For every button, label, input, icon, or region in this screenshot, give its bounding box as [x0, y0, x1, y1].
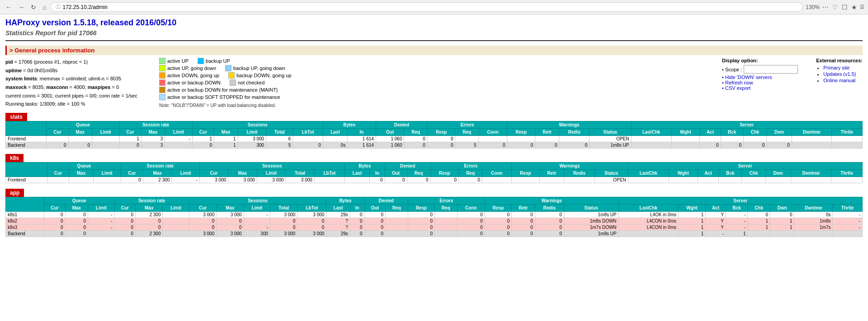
k8s-th-name	[6, 163, 47, 177]
security-icon: ⓘ	[56, 4, 61, 10]
csv-export-link[interactable]: • CSV export	[722, 85, 798, 91]
legend-row-1: active UP backup UP	[159, 58, 713, 64]
stats-backend-name: Backend	[6, 142, 47, 149]
k8s-table: Queue Session rate Sessions Bytes Denied…	[5, 162, 863, 183]
legend-color-backup-up	[198, 58, 204, 64]
browser-icons: ⋯ ♡ ☐ ★	[822, 4, 857, 11]
app-k8s3-row: k8s3 00- 00 00- 00? 00 0 00 00 1m7s DOWN…	[6, 224, 863, 231]
legend-row-2: active UP, going down backup UP, going d…	[159, 65, 713, 71]
app-k8s1-row: k8s1 00- 02 300 3 0003 000- 3 0003 00029…	[6, 212, 863, 218]
ext-resources-title: External resources:	[816, 58, 863, 63]
overflow-icon[interactable]: ⋯	[822, 4, 829, 11]
legend-color-backup-down-up	[228, 72, 235, 79]
legend-not-checked: not checked	[230, 79, 264, 86]
th-sr-cur: Cur	[119, 129, 141, 136]
app-header-row1: Queue Session rate Sessions Bytes Denied…	[6, 197, 863, 205]
th-d-resp: Resp	[427, 129, 455, 136]
th-session-rate: Session rate	[119, 121, 192, 129]
address-bar[interactable]: ⓘ 172.25.10.2/admin	[51, 2, 803, 12]
legend-color-backup-up-down	[225, 65, 231, 71]
th-dwntme: Dwntme	[792, 129, 831, 136]
running-tasks-line: Running tasks: 1/3009; idle = 100 %	[5, 100, 150, 108]
forward-button[interactable]: →	[16, 3, 26, 12]
legend-color-soft-stopped	[159, 94, 165, 100]
legend-color-maint	[159, 87, 165, 93]
reload-button[interactable]: ↻	[29, 3, 38, 12]
th-thrtle: Thrtle	[832, 129, 863, 136]
stats-backend-row: Backend 00 03 01300 500s 1 6141 060 00 5…	[6, 142, 863, 149]
legend-soft-stopped: active or backup SOFT STOPPED for mainte…	[159, 94, 280, 100]
browser-bar: ← → ↻ ⌂ ⓘ 172.25.10.2/admin 130% ⋯ ♡ ☐ ★…	[0, 0, 868, 14]
app-th-name	[6, 197, 44, 212]
th-b-in: In	[348, 129, 376, 136]
browser-right-icons: ☰	[860, 4, 864, 10]
scope-label: • Scope :	[722, 67, 742, 72]
th-bytes: Bytes	[323, 121, 376, 129]
right-panel: Display option: • Scope : • Hide 'DOWN' …	[722, 58, 863, 108]
pid-line: pid = 17066 (process #1, nbproc = 1)	[5, 58, 150, 66]
stats-frontend-row: Frontend 13- 113 000 6 1 6141 060 00 OPE…	[6, 136, 863, 142]
th-w-redis: Redis	[559, 129, 590, 136]
legend-active-backup-down: active or backup DOWN	[159, 79, 221, 86]
scope-row: • Scope :	[722, 65, 798, 74]
k8s-frontend-row: Frontend 02 300- 3 0003 0003 000 3 000 0…	[6, 177, 863, 183]
stats-section: stats Queue Session rate Sessions Bytes …	[5, 113, 863, 149]
back-button[interactable]: ←	[4, 3, 14, 12]
url-text: 172.25.10.2/admin	[62, 4, 107, 10]
th-e-resp: Resp	[507, 129, 535, 136]
legend-color-active-up-down	[159, 65, 165, 71]
uptime-line: uptime = 0d 0h01m08s	[5, 66, 150, 75]
th-d-req: Req	[404, 129, 427, 136]
page-title: HAProxy version 1.5.18, released 2016/05…	[5, 18, 863, 28]
th-s-cur: Cur	[192, 129, 214, 136]
stats-table: Queue Session rate Sessions Bytes Denied…	[5, 121, 863, 149]
home-button[interactable]: ⌂	[41, 3, 48, 12]
primary-site-link[interactable]: Primary site	[823, 65, 863, 70]
th-w-retr: Retr	[535, 129, 559, 136]
th-s-limit: Limit	[238, 129, 266, 136]
legend-color-active-up	[159, 58, 165, 64]
app-k8s2-row: k8s2 00- 00 00 00? 00 0 00 00 1m8s DOWN …	[6, 218, 863, 224]
scope-input[interactable]	[744, 65, 798, 74]
th-act: Act	[700, 129, 721, 136]
bookmarks-icon[interactable]: ☰	[860, 4, 864, 10]
legend-maint: active or backup DOWN for maintenance (M…	[159, 87, 278, 93]
external-resources: External resources: Primary site Updates…	[816, 58, 863, 108]
hide-down-link[interactable]: • Hide 'DOWN' servers	[722, 74, 798, 80]
stats-header-row2: Cur Max Limit Cur Max Limit Cur Max Limi…	[6, 129, 863, 136]
legend-row-3: active DOWN, going up backup DOWN, going…	[159, 72, 713, 79]
th-sessions: Sessions	[192, 121, 323, 129]
ext-resources-list: Primary site Updates (v1.5) Online manua…	[816, 65, 863, 83]
stats-label: stats	[5, 113, 27, 121]
stats-header-row1: Queue Session rate Sessions Bytes Denied…	[6, 121, 863, 129]
k8s-header-row2: CurMaxLimit CurMaxLimit CurMaxLimit Tota…	[6, 170, 863, 177]
online-manual-link[interactable]: Online manual	[823, 78, 863, 83]
star-icon[interactable]: ★	[851, 4, 857, 11]
th-lastchk: LastChk	[631, 129, 671, 136]
legend-row-5: active or backup DOWN for maintenance (M…	[159, 87, 713, 93]
bookmark-heart-icon[interactable]: ♡	[832, 4, 838, 11]
refresh-now-link[interactable]: • Refresh now	[722, 80, 798, 85]
stats-frontend-name: Frontend	[6, 136, 47, 142]
k8s-section: k8s Queue Session rate Sessions Bytes De…	[5, 154, 863, 183]
legend-color-down	[159, 79, 165, 86]
display-options-title: Display option:	[722, 58, 798, 63]
display-options: Display option: • Scope : • Hide 'DOWN' …	[722, 58, 798, 108]
legend-backup-up-going-down: backup UP, going down	[225, 65, 285, 71]
legend-backup-up: backup UP	[198, 58, 230, 64]
title-divider	[5, 40, 863, 41]
k8s-header-row1: Queue Session rate Sessions Bytes Denied…	[6, 163, 863, 170]
th-server: Server	[631, 121, 863, 129]
maxsock-line: maxsock = 8035; maxconn = 4000; maxpipes…	[5, 83, 150, 92]
th-denied: Denied	[376, 121, 427, 129]
th-b-out: Out	[376, 129, 404, 136]
th-errors: Errors	[427, 121, 507, 129]
system-limits-line: system limits: memmax = unlimited; ulimi…	[5, 74, 150, 83]
app-table: Queue Session rate Sessions Bytes Denied…	[5, 197, 863, 237]
th-queue: Queue	[47, 121, 119, 129]
app-label: app	[5, 189, 24, 197]
screenshot-icon[interactable]: ☐	[842, 4, 848, 11]
updates-link[interactable]: Updates (v1.5)	[823, 71, 863, 77]
current-conns-line: current conns = 3001; current pipes = 0/…	[5, 92, 150, 100]
th-dwn: Dwn	[767, 129, 792, 136]
